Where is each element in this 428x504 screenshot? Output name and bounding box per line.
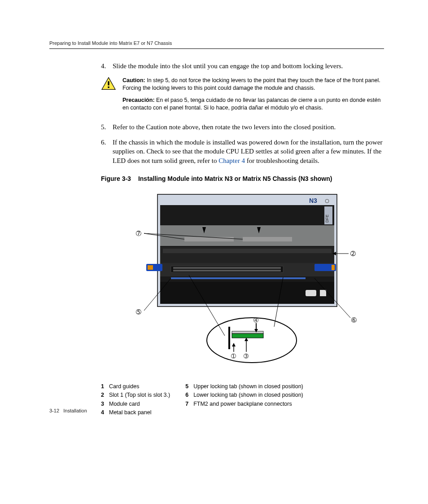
- legend-row: 6Lower locking tab (shown in closed posi…: [185, 391, 303, 399]
- legend-row: 7FTM2 and power backplane connectors: [185, 400, 303, 408]
- svg-rect-12: [184, 237, 234, 241]
- step-text: Refer to the Caution note above, then ro…: [113, 123, 336, 131]
- chapter-4-link[interactable]: Chapter 4: [218, 157, 245, 164]
- legend-row: 1Card guides: [101, 382, 170, 391]
- figure-3-3: N3 DFE ➆: [101, 192, 384, 372]
- legend-row: 3Module card: [101, 400, 170, 408]
- svg-rect-20: [148, 265, 153, 270]
- step-5: 5. Refer to the Caution note above, then…: [101, 123, 384, 131]
- svg-rect-30: [306, 290, 316, 296]
- svg-point-34: [207, 318, 297, 363]
- step-6: 6. If the chassis in which the module is…: [101, 138, 384, 165]
- callout-5: ➄: [136, 308, 141, 316]
- caution-box: Caution: In step 5, do not force the loc…: [101, 77, 384, 116]
- callout-6: ➅: [351, 316, 357, 324]
- figure-title: Figure 3-3Installing Module into Matrix …: [101, 175, 384, 182]
- page-footer: 3-12 Installation: [49, 408, 87, 413]
- callout-7: ➆: [136, 230, 141, 237]
- callout-4: ➃: [253, 317, 258, 324]
- svg-rect-5: [160, 197, 334, 205]
- legend-row: 5Upper locking tab (shown in closed posi…: [185, 382, 303, 391]
- svg-rect-2: [108, 87, 109, 88]
- callout-1: ➀: [231, 353, 236, 359]
- step-number: 6.: [101, 138, 113, 165]
- caution-es: Precaución: En el paso 5, tenga cuidado …: [122, 96, 384, 112]
- svg-rect-40: [232, 331, 263, 333]
- svg-rect-38: [232, 333, 263, 338]
- caution-icon: [101, 77, 116, 116]
- svg-rect-31: [320, 290, 326, 296]
- svg-rect-9: [160, 225, 334, 246]
- svg-text:DFE: DFE: [325, 215, 329, 223]
- callout-2: ➁: [350, 250, 356, 257]
- svg-rect-17: [163, 249, 332, 253]
- svg-rect-37: [228, 327, 230, 349]
- running-header: Preparing to Install Module into Matrix …: [49, 40, 384, 49]
- svg-rect-22: [332, 265, 335, 270]
- legend-row: 2Slot 1 (Top slot is slot 3.): [101, 391, 170, 399]
- legend-row: 4Metal back panel: [101, 408, 170, 417]
- step-number: 5.: [101, 123, 113, 131]
- device-label: N3: [309, 197, 317, 204]
- svg-rect-13: [243, 237, 292, 241]
- callout-3: ➂: [244, 353, 249, 359]
- svg-rect-1: [108, 81, 109, 85]
- step-text: Slide the module into the slot until you…: [113, 61, 343, 70]
- svg-rect-24: [173, 267, 281, 269]
- figure-legend: 1Card guides 2Slot 1 (Top slot is slot 3…: [101, 382, 384, 417]
- svg-rect-25: [173, 270, 281, 272]
- step-text: If the chassis in which the module is in…: [113, 138, 384, 165]
- caution-en: Caution: In step 5, do not force the loc…: [122, 77, 384, 92]
- step-number: 4.: [101, 61, 113, 70]
- step-4: 4. Slide the module into the slot until …: [101, 61, 384, 70]
